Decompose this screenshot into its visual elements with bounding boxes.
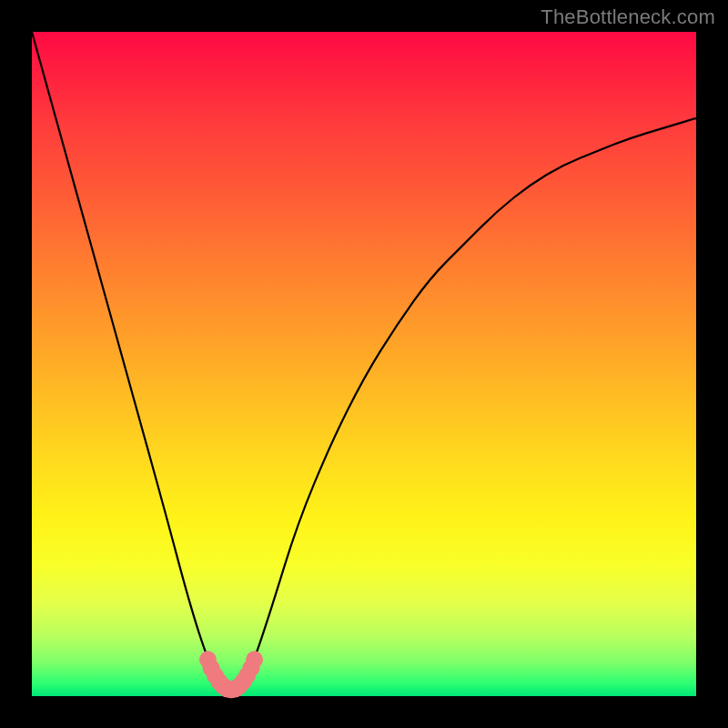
- valley-marker-dot: [246, 651, 263, 668]
- watermark-text: TheBottleneck.com: [541, 5, 715, 29]
- chart-svg: [32, 32, 696, 696]
- valley-marker: [199, 651, 263, 698]
- curve-path: [32, 32, 696, 694]
- bottleneck-curve: [32, 32, 696, 694]
- chart-frame: TheBottleneck.com: [0, 0, 728, 728]
- plot-area: [32, 32, 696, 696]
